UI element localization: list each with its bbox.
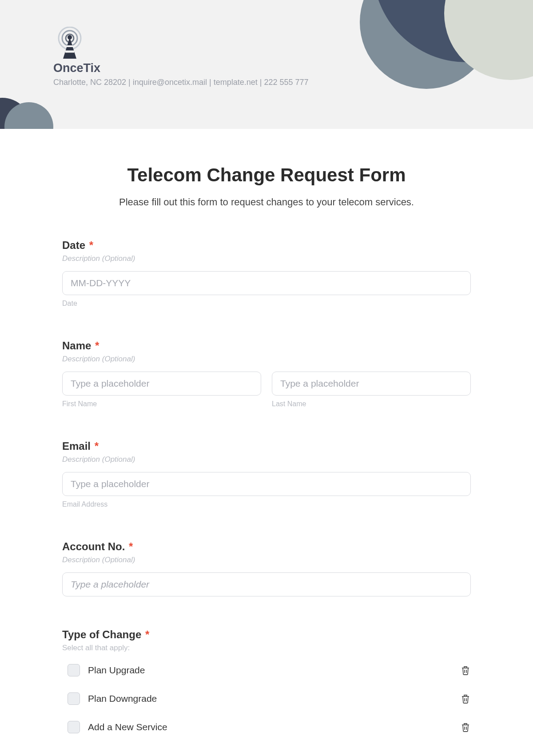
brand-meta: Charlotte, NC 28202 | inquire@oncetix.ma… xyxy=(53,78,533,87)
field-label: Email * xyxy=(62,440,471,452)
field-sublabel: Date xyxy=(62,300,471,308)
field-description: Description (Optional) xyxy=(62,355,471,364)
required-asterisk: * xyxy=(92,340,99,352)
trash-icon[interactable] xyxy=(460,693,471,704)
field-label: Account No. * xyxy=(62,540,471,553)
checkbox-option: Add a New Service xyxy=(62,717,471,737)
checkbox-add-new-service[interactable] xyxy=(68,721,80,733)
checkbox-option: Plan Upgrade xyxy=(62,660,471,680)
field-group-date: Date * Description (Optional) Date xyxy=(62,239,471,308)
field-description: Description (Optional) xyxy=(62,254,471,263)
field-sublabel: First Name xyxy=(62,400,261,408)
label-text: Date xyxy=(62,239,85,251)
first-name-input[interactable] xyxy=(62,372,261,396)
checkbox-option: Plan Downgrade xyxy=(62,689,471,708)
field-label: Name * xyxy=(62,340,471,352)
field-description: Description (Optional) xyxy=(62,455,471,464)
field-description: Description (Optional) xyxy=(62,556,471,564)
date-input[interactable] xyxy=(62,271,471,295)
required-asterisk: * xyxy=(142,628,149,640)
field-group-change-type: Type of Change * Select all that apply: … xyxy=(62,628,471,737)
field-helper: Select all that apply: xyxy=(62,644,471,652)
form-subtitle: Please fill out this form to request cha… xyxy=(62,196,471,208)
last-name-input[interactable] xyxy=(272,372,471,396)
trash-icon[interactable] xyxy=(460,722,471,732)
field-sublabel: Last Name xyxy=(272,400,471,408)
label-text: Account No. xyxy=(62,540,125,552)
required-asterisk: * xyxy=(86,239,93,251)
brand-logo-icon xyxy=(53,27,86,60)
checkbox-label: Add a New Service xyxy=(88,722,167,732)
field-label: Date * xyxy=(62,239,471,252)
label-text: Type of Change xyxy=(62,628,141,640)
required-asterisk: * xyxy=(126,540,133,552)
checkbox-plan-upgrade[interactable] xyxy=(68,664,80,676)
field-label: Type of Change * xyxy=(62,628,471,641)
account-number-input[interactable] xyxy=(62,572,471,596)
form-title: Telecom Change Request Form xyxy=(62,164,471,186)
required-asterisk: * xyxy=(91,440,99,452)
form-container: Telecom Change Request Form Please fill … xyxy=(62,129,471,755)
checkbox-plan-downgrade[interactable] xyxy=(68,692,80,705)
field-group-email: Email * Description (Optional) Email Add… xyxy=(62,440,471,508)
field-group-account: Account No. * Description (Optional) xyxy=(62,540,471,596)
page-header: OnceTix Charlotte, NC 28202 | inquire@on… xyxy=(0,0,533,129)
field-group-name: Name * Description (Optional) First Name… xyxy=(62,340,471,408)
field-sublabel: Email Address xyxy=(62,500,471,508)
email-input[interactable] xyxy=(62,472,471,496)
label-text: Name xyxy=(62,340,91,352)
checkbox-label: Plan Downgrade xyxy=(88,693,157,704)
label-text: Email xyxy=(62,440,91,452)
trash-icon[interactable] xyxy=(460,665,471,676)
checkbox-label: Plan Upgrade xyxy=(88,665,145,676)
brand-name: OnceTix xyxy=(53,61,533,75)
